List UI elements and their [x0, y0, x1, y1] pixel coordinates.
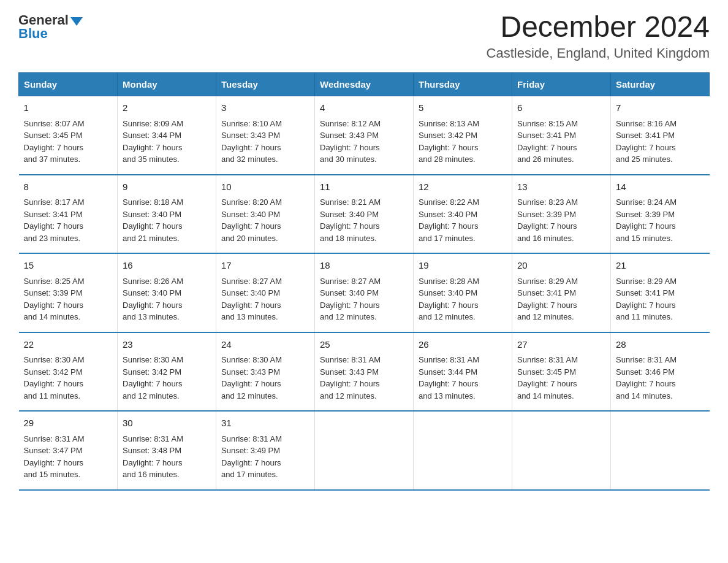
table-row: 14 Sunrise: 8:24 AM Sunset: 3:39 PM Dayl…: [611, 175, 710, 254]
day-number: 20: [517, 259, 605, 273]
table-row: 13 Sunrise: 8:23 AM Sunset: 3:39 PM Dayl…: [512, 175, 611, 254]
sunrise-info: Sunrise: 8:31 AM: [221, 433, 309, 445]
daylight-info: Daylight: 7 hours: [616, 378, 705, 390]
sunset-info: Sunset: 3:40 PM: [221, 287, 309, 299]
location-subtitle: Castleside, England, United Kingdom: [487, 45, 710, 61]
day-number: 18: [320, 259, 408, 273]
table-row: 26 Sunrise: 8:31 AM Sunset: 3:44 PM Dayl…: [414, 332, 512, 412]
sunrise-info: Sunrise: 8:21 AM: [320, 196, 408, 209]
daylight-info-2: and 14 minutes.: [616, 390, 705, 402]
sunrise-info: Sunrise: 8:31 AM: [24, 433, 113, 445]
sunrise-info: Sunrise: 8:10 AM: [221, 118, 309, 130]
sunrise-info: Sunrise: 8:30 AM: [221, 354, 309, 366]
day-number: 7: [616, 101, 705, 115]
day-number: 30: [123, 416, 211, 431]
calendar-week-row: 22 Sunrise: 8:30 AM Sunset: 3:42 PM Dayl…: [19, 332, 710, 412]
table-row: 21 Sunrise: 8:29 AM Sunset: 3:41 PM Dayl…: [611, 253, 710, 332]
day-number: 21: [616, 259, 705, 273]
sunset-info: Sunset: 3:49 PM: [221, 445, 309, 457]
day-number: 26: [419, 338, 507, 352]
daylight-info: Daylight: 7 hours: [320, 378, 408, 390]
sunrise-info: Sunrise: 8:25 AM: [24, 275, 113, 288]
calendar-week-row: 15 Sunrise: 8:25 AM Sunset: 3:39 PM Dayl…: [19, 253, 710, 332]
sunset-info: Sunset: 3:46 PM: [616, 366, 705, 378]
sunset-info: Sunset: 3:43 PM: [320, 129, 408, 142]
daylight-info: Daylight: 7 hours: [24, 378, 113, 390]
sunset-info: Sunset: 3:40 PM: [123, 209, 211, 221]
daylight-info: Daylight: 7 hours: [517, 142, 605, 154]
table-row: 10 Sunrise: 8:20 AM Sunset: 3:40 PM Dayl…: [216, 175, 315, 254]
table-row: 19 Sunrise: 8:28 AM Sunset: 3:40 PM Dayl…: [414, 253, 512, 332]
daylight-info-2: and 16 minutes.: [123, 469, 211, 481]
table-row: 3 Sunrise: 8:10 AM Sunset: 3:43 PM Dayli…: [216, 96, 315, 175]
sunset-info: Sunset: 3:42 PM: [24, 366, 113, 378]
table-row: [414, 411, 512, 490]
table-row: [512, 411, 611, 490]
page-header: General Blue December 2024 Castleside, E…: [18, 12, 710, 61]
daylight-info-2: and 14 minutes.: [24, 311, 113, 323]
sunrise-info: Sunrise: 8:27 AM: [221, 275, 309, 288]
day-number: 22: [24, 338, 113, 352]
sunrise-info: Sunrise: 8:31 AM: [517, 354, 605, 366]
sunrise-info: Sunrise: 8:30 AM: [123, 354, 211, 366]
table-row: 17 Sunrise: 8:27 AM Sunset: 3:40 PM Dayl…: [216, 253, 315, 332]
daylight-info: Daylight: 7 hours: [123, 220, 211, 232]
daylight-info-2: and 13 minutes.: [419, 390, 507, 402]
day-number: 12: [419, 180, 507, 194]
day-number: 11: [320, 180, 408, 194]
daylight-info: Daylight: 7 hours: [320, 142, 408, 154]
daylight-info: Daylight: 7 hours: [221, 220, 309, 232]
sunset-info: Sunset: 3:40 PM: [419, 209, 507, 221]
daylight-info: Daylight: 7 hours: [616, 142, 705, 154]
daylight-info-2: and 37 minutes.: [24, 153, 113, 166]
daylight-info: Daylight: 7 hours: [221, 299, 309, 312]
daylight-info-2: and 12 minutes.: [517, 311, 605, 323]
logo: General Blue: [18, 12, 83, 42]
table-row: [315, 411, 414, 490]
daylight-info-2: and 13 minutes.: [221, 311, 309, 323]
header-monday: Monday: [118, 73, 216, 96]
sunrise-info: Sunrise: 8:29 AM: [616, 275, 705, 288]
table-row: 5 Sunrise: 8:13 AM Sunset: 3:42 PM Dayli…: [414, 96, 512, 175]
sunrise-info: Sunrise: 8:16 AM: [616, 118, 705, 130]
daylight-info: Daylight: 7 hours: [123, 142, 211, 154]
sunset-info: Sunset: 3:41 PM: [517, 129, 605, 142]
table-row: 6 Sunrise: 8:15 AM Sunset: 3:41 PM Dayli…: [512, 96, 611, 175]
sunrise-info: Sunrise: 8:31 AM: [616, 354, 705, 366]
daylight-info: Daylight: 7 hours: [616, 220, 705, 232]
daylight-info-2: and 12 minutes.: [123, 390, 211, 402]
sunrise-info: Sunrise: 8:18 AM: [123, 196, 211, 209]
calendar-week-row: 1 Sunrise: 8:07 AM Sunset: 3:45 PM Dayli…: [19, 96, 710, 175]
day-number: 3: [221, 101, 309, 115]
sunrise-info: Sunrise: 8:30 AM: [24, 354, 113, 366]
day-number: 14: [616, 180, 705, 194]
daylight-info: Daylight: 7 hours: [24, 457, 113, 469]
daylight-info: Daylight: 7 hours: [419, 299, 507, 312]
sunset-info: Sunset: 3:40 PM: [123, 287, 211, 299]
title-section: December 2024 Castleside, England, Unite…: [487, 12, 710, 61]
daylight-info-2: and 28 minutes.: [419, 153, 507, 166]
table-row: 31 Sunrise: 8:31 AM Sunset: 3:49 PM Dayl…: [216, 411, 315, 490]
daylight-info: Daylight: 7 hours: [24, 142, 113, 154]
day-number: 15: [24, 259, 113, 273]
table-row: 16 Sunrise: 8:26 AM Sunset: 3:40 PM Dayl…: [118, 253, 216, 332]
daylight-info-2: and 35 minutes.: [123, 153, 211, 166]
header-sunday: Sunday: [19, 73, 118, 96]
day-number: 29: [24, 416, 113, 431]
day-number: 25: [320, 338, 408, 352]
daylight-info: Daylight: 7 hours: [517, 299, 605, 312]
sunset-info: Sunset: 3:41 PM: [24, 209, 113, 221]
sunset-info: Sunset: 3:47 PM: [24, 445, 113, 457]
daylight-info: Daylight: 7 hours: [221, 457, 309, 469]
daylight-info: Daylight: 7 hours: [419, 378, 507, 390]
daylight-info: Daylight: 7 hours: [123, 378, 211, 390]
daylight-info-2: and 26 minutes.: [517, 153, 605, 166]
sunrise-info: Sunrise: 8:26 AM: [123, 275, 211, 288]
daylight-info: Daylight: 7 hours: [24, 299, 113, 312]
daylight-info-2: and 17 minutes.: [221, 469, 309, 481]
table-row: [611, 411, 710, 490]
table-row: 27 Sunrise: 8:31 AM Sunset: 3:45 PM Dayl…: [512, 332, 611, 412]
calendar-header: Sunday Monday Tuesday Wednesday Thursday…: [19, 73, 710, 96]
daylight-info-2: and 20 minutes.: [221, 232, 309, 245]
calendar-body: 1 Sunrise: 8:07 AM Sunset: 3:45 PM Dayli…: [19, 96, 710, 490]
